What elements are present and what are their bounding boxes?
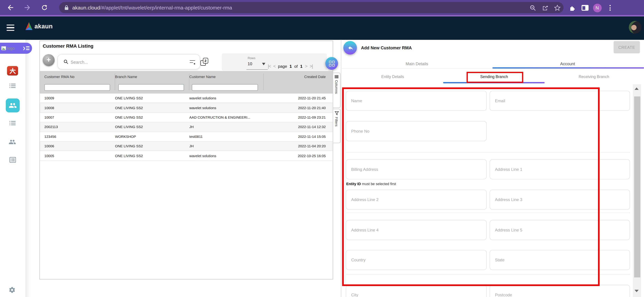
table-row[interactable]: 10006 ONE LIVING SS2 JH 2022-11-04 20:20 xyxy=(40,142,333,151)
tab-main-details[interactable]: Main Details xyxy=(386,61,448,66)
state-field[interactable] xyxy=(490,250,630,270)
subtab-entity-details[interactable]: Entity Details xyxy=(364,74,421,79)
menu-button[interactable] xyxy=(6,25,14,31)
table-row[interactable]: 2002113 ONE LIVING SS2 JH 2022-11-14 12:… xyxy=(40,122,333,132)
column-header[interactable]: Branch Name xyxy=(115,74,189,78)
hint-rest: must be selected first xyxy=(361,182,396,186)
rows-per-page-value[interactable]: 10 xyxy=(248,61,252,66)
table-row[interactable]: 10009 ONE LIVING SS2 wavelet solutions 2… xyxy=(40,94,333,103)
scrollbar-thumb[interactable] xyxy=(634,96,640,278)
columns-tab-label: Columns xyxy=(334,80,339,94)
sidebar-item-settings[interactable] xyxy=(8,287,16,294)
create-button[interactable]: CREATE xyxy=(614,41,640,53)
bookmark-button[interactable] xyxy=(552,2,563,13)
email-field[interactable] xyxy=(490,91,630,111)
columns-side-tab[interactable]: Columns xyxy=(333,73,340,108)
sidebar-item-list-2[interactable] xyxy=(10,121,16,126)
grid-view-button[interactable] xyxy=(325,57,338,70)
three-dot-menu-icon xyxy=(609,5,610,11)
scroll-up-icon[interactable] xyxy=(634,87,638,90)
sidebar-item-contacts[interactable] xyxy=(8,138,16,146)
filters-side-tab[interactable]: Filters xyxy=(333,109,340,143)
address-line-1-field[interactable] xyxy=(490,159,630,179)
next-page-button[interactable]: > xyxy=(305,64,307,69)
lock-icon xyxy=(64,5,69,10)
browser-forward-button[interactable] xyxy=(22,2,32,12)
browser-reload-button[interactable] xyxy=(40,2,49,12)
sidebar-item-documents[interactable] xyxy=(10,157,16,163)
first-page-button[interactable]: |< xyxy=(268,64,271,69)
sidebar-logo-label: logo xyxy=(7,46,22,50)
funnel-icon xyxy=(334,111,339,115)
name-field[interactable] xyxy=(346,91,486,111)
list-icon xyxy=(10,121,16,126)
filter-input-customer[interactable] xyxy=(192,84,258,91)
address-line-5-field[interactable] xyxy=(490,220,630,240)
sidebar-item-customers-active[interactable] xyxy=(6,98,20,112)
address-bar[interactable]: akaun.cloud/#/applet/tnt/wavelet/erp/int… xyxy=(59,2,564,13)
zoom-button[interactable] xyxy=(527,2,538,13)
address-line-2-field[interactable] xyxy=(346,190,486,210)
scroll-down-icon[interactable] xyxy=(634,290,638,292)
active-tab-underline xyxy=(492,67,644,69)
sidebar-logo-pill[interactable]: logo ❯ xyxy=(0,43,32,54)
sidebar-item-red-app[interactable] xyxy=(7,66,18,75)
zoom-out-icon xyxy=(530,5,536,11)
column-header[interactable]: Customer Name xyxy=(189,74,264,78)
address-line-4-field[interactable] xyxy=(346,220,486,240)
cell-branch: ONE LIVING SS2 xyxy=(115,115,189,119)
back-icon xyxy=(7,4,14,11)
column-header[interactable]: Customer RMA No xyxy=(40,74,115,78)
address-line-3-field[interactable] xyxy=(490,190,630,210)
subtab-receiving-branch[interactable]: Receiving Branch xyxy=(565,74,623,79)
back-arrow-icon xyxy=(347,45,353,51)
column-header[interactable]: Created Date xyxy=(264,74,333,78)
list-icon xyxy=(10,83,16,88)
table-row[interactable]: 123456 WORKSHOP test0811 2022-11-14 15:0… xyxy=(40,132,333,142)
share-button[interactable] xyxy=(540,2,550,13)
tab-account[interactable]: Account xyxy=(537,61,598,66)
search-icon xyxy=(64,59,68,64)
sidebar-item-list-1[interactable] xyxy=(10,83,16,88)
filter-input-rma-no[interactable] xyxy=(44,84,110,91)
billing-address-field[interactable] xyxy=(346,159,486,179)
duplicate-view-button[interactable]: 2 xyxy=(200,58,208,66)
form-divider xyxy=(346,152,630,153)
browser-back-button[interactable] xyxy=(6,2,15,12)
table-header-row: Customer RMA No Branch Name Customer Nam… xyxy=(40,71,333,82)
country-field[interactable] xyxy=(346,250,486,270)
of-word: of xyxy=(294,64,298,68)
table-row[interactable]: 10005 ONE LIVING SS2 wavelet solutions 2… xyxy=(40,151,333,161)
panel-back-button[interactable] xyxy=(344,41,357,54)
subtab-sending-branch[interactable]: Sending Branch xyxy=(465,74,523,79)
prev-page-button[interactable]: < xyxy=(273,64,276,69)
side-panel-icon xyxy=(582,5,588,11)
postcode-field[interactable] xyxy=(490,285,630,297)
profile-button[interactable]: N xyxy=(592,2,602,13)
document-list-icon xyxy=(10,157,16,163)
progress-strip xyxy=(0,15,644,16)
browser-window: akaun.cloud/#/applet/tnt/wavelet/erp/int… xyxy=(0,0,644,297)
city-field[interactable] xyxy=(346,285,486,297)
browser-menu-button[interactable] xyxy=(604,2,615,13)
cell-created: 2022-11-14 15:05 xyxy=(264,134,333,139)
cell-branch: WORKSHOP xyxy=(115,134,189,139)
phone-field[interactable] xyxy=(346,121,486,141)
pagination: |< < page 1 of 1 > >| xyxy=(268,61,328,71)
app-logo[interactable]: akaun xyxy=(25,22,53,30)
table-row[interactable]: 10008 ONE LIVING SS2 wavelet solutions 2… xyxy=(40,103,333,113)
user-avatar[interactable] xyxy=(629,21,642,34)
panel-divider xyxy=(341,40,341,297)
filter-input-branch[interactable] xyxy=(118,84,184,91)
search-input[interactable] xyxy=(71,59,190,64)
cell-branch: ONE LIVING SS2 xyxy=(115,106,189,110)
side-panel-button[interactable] xyxy=(580,2,590,13)
add-rma-button[interactable]: + xyxy=(43,54,54,66)
table-row[interactable]: 10007 ONE LIVING SS2 AAD CONTRUCTION & E… xyxy=(40,113,333,122)
total-pages: 1 xyxy=(300,64,302,68)
extensions-button[interactable] xyxy=(567,2,578,13)
filter-sort-icon[interactable] xyxy=(190,59,196,65)
rows-select-caret-icon[interactable] xyxy=(262,63,265,65)
last-page-button[interactable]: >| xyxy=(310,64,312,69)
sidebar xyxy=(0,40,26,297)
